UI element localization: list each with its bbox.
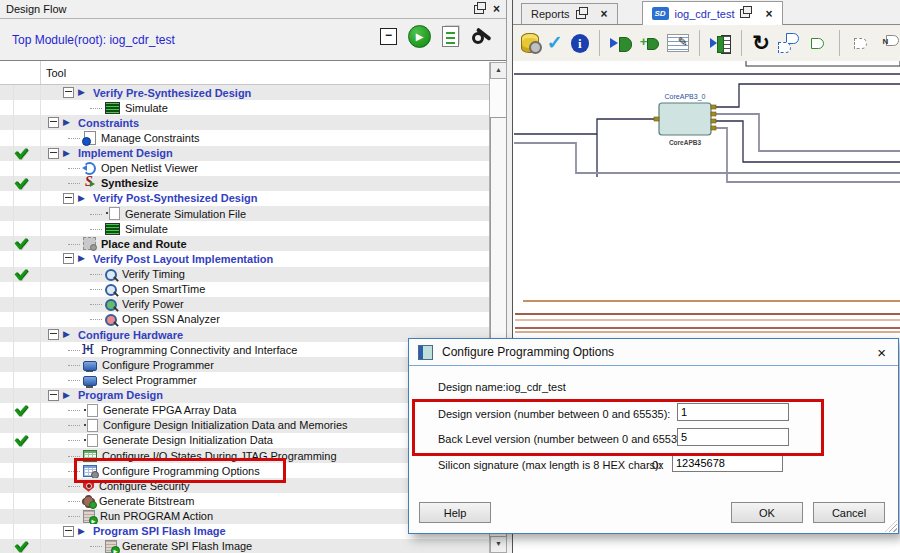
run-program-icon xyxy=(83,510,95,523)
refresh-icon[interactable]: ↻ xyxy=(752,33,770,53)
tree-item-row[interactable]: Simulate xyxy=(0,221,506,236)
close-panel-icon[interactable]: × xyxy=(493,4,500,14)
scroll-down-icon[interactable]: ▼ xyxy=(490,536,507,553)
scroll-up-icon[interactable]: ▲ xyxy=(490,62,507,79)
tree-item-label: Configure Design Initialization Data and… xyxy=(103,419,348,431)
resize-grip[interactable] xyxy=(885,520,897,532)
tree-item-row[interactable]: Synthesize xyxy=(0,176,506,191)
tree-group-row[interactable]: ▶Verify Pre-Synthesized Design xyxy=(0,85,506,100)
dialog-titlebar[interactable]: Configure Programming Options × xyxy=(409,339,898,366)
add-port-icon[interactable]: + xyxy=(640,36,660,50)
tree-group-row[interactable]: ▶Implement Design xyxy=(0,146,506,161)
expand-arrow-icon: ▶ xyxy=(78,527,88,536)
tree-item-row[interactable]: Generate Simulation File xyxy=(0,206,506,221)
tree-item-row[interactable]: Open SSN Analyzer xyxy=(0,312,506,327)
tree-status-column-header[interactable] xyxy=(0,61,41,84)
dialog-close-icon[interactable]: × xyxy=(874,344,889,361)
block-pin xyxy=(711,105,716,109)
tree-item-row[interactable]: Manage Constraints xyxy=(0,130,506,145)
back-level-version-input[interactable] xyxy=(677,428,789,446)
close-tab-icon[interactable]: × xyxy=(601,9,608,19)
float-panel-icon[interactable] xyxy=(474,5,484,14)
tree-group-row[interactable]: ▶Verify Post-Synthesized Design xyxy=(0,191,506,206)
expand-arrow-icon: ▶ xyxy=(78,194,88,203)
run-flow-icon[interactable]: ▶ xyxy=(408,25,431,48)
tab-iog-cdr-test[interactable]: SDiog_cdr_test× xyxy=(642,1,783,25)
collapse-expand-box[interactable] xyxy=(48,390,59,401)
collapse-expand-box[interactable] xyxy=(48,329,59,340)
ok-button[interactable]: OK xyxy=(731,502,803,523)
simulate-icon xyxy=(105,223,120,235)
float-tab-icon[interactable] xyxy=(740,9,750,18)
nand-gate-icon[interactable]: N xyxy=(880,33,900,53)
close-tab-icon[interactable]: × xyxy=(765,9,772,19)
generate-design-icon[interactable] xyxy=(710,35,732,52)
collapse-expand-box[interactable] xyxy=(63,253,74,264)
tree-group-row[interactable]: ▶Verify Post Layout Implementation xyxy=(0,251,506,266)
edit-memory-map-icon[interactable]: ✎ xyxy=(667,34,689,52)
wire xyxy=(715,121,900,162)
tree-connector xyxy=(68,364,80,366)
tree-connector xyxy=(68,409,80,411)
tree-item-row[interactable]: Open Netlist Viewer xyxy=(0,161,506,176)
tree-header: Tool xyxy=(0,61,506,85)
flow-settings-gear-wrench-icon[interactable] xyxy=(470,26,492,48)
expand-arrow-icon: ▶ xyxy=(63,118,73,127)
collapse-expand-box[interactable] xyxy=(48,117,59,128)
generate-component-data-icon[interactable] xyxy=(521,33,539,53)
tree-group-label: Constraints xyxy=(78,117,139,129)
dialog-window-icon xyxy=(418,345,433,360)
float-tab-icon[interactable] xyxy=(576,10,586,19)
collapse-expand-box[interactable] xyxy=(63,526,74,537)
tree-item-label: Simulate xyxy=(125,102,168,114)
collapse-expand-box[interactable] xyxy=(48,148,59,159)
top-module-label: Top Module(root): iog_cdr_test xyxy=(12,33,175,47)
tree-connector xyxy=(68,470,80,472)
tree-item-row[interactable]: Verify Timing xyxy=(0,267,506,282)
silicon-signature-input[interactable] xyxy=(672,454,783,472)
tree-connector xyxy=(68,424,80,426)
tree-connector xyxy=(68,182,80,184)
view-reports-icon[interactable] xyxy=(442,26,459,47)
connect-ports-icon[interactable] xyxy=(610,36,632,51)
collapse-all-icon[interactable]: − xyxy=(380,28,397,45)
tree-item-row[interactable]: Simulate xyxy=(0,100,506,115)
dff-gate-icon[interactable] xyxy=(850,33,872,53)
info-icon[interactable]: i xyxy=(571,34,590,53)
tab-reports[interactable]: Reports× xyxy=(521,3,618,24)
tree-group-label: Program Design xyxy=(78,389,163,401)
expand-arrow-icon: ▶ xyxy=(63,330,73,339)
tree-connector xyxy=(90,273,102,275)
swap-gates-icon[interactable] xyxy=(778,33,800,53)
check-design-rules-icon[interactable]: ✓ xyxy=(547,35,563,51)
check-icon xyxy=(15,144,28,159)
tree-tool-column-header[interactable]: Tool xyxy=(41,61,506,84)
tree-item-row[interactable]: Verify Power xyxy=(0,297,506,312)
buffer-gate-icon[interactable] xyxy=(807,33,829,53)
collapse-expand-box[interactable] xyxy=(63,193,74,204)
design-version-input[interactable] xyxy=(677,403,789,421)
tree-item-row[interactable]: Generate SPI Flash Image xyxy=(0,539,506,553)
help-button[interactable]: Help xyxy=(419,502,491,523)
configure-programming-options-dialog: Configure Programming Options × Design n… xyxy=(408,338,899,534)
cancel-button[interactable]: Cancel xyxy=(813,502,885,523)
scrollbar-thumb[interactable] xyxy=(490,117,507,359)
collapse-expand-box[interactable] xyxy=(63,87,74,98)
wire xyxy=(715,84,900,107)
expand-arrow-icon: ▶ xyxy=(63,391,73,400)
simulate-icon xyxy=(105,102,120,114)
tree-connector xyxy=(68,455,80,457)
check-icon xyxy=(15,431,28,446)
tree-item-label: Verify Power xyxy=(122,298,184,310)
tree-item-row[interactable]: Open SmartTime xyxy=(0,282,506,297)
block-pin xyxy=(711,112,716,116)
block-pin xyxy=(711,119,716,123)
coreapb3-block[interactable] xyxy=(659,103,711,135)
tree-connector xyxy=(68,485,80,487)
design-name-label: Design name:iog_cdr_test xyxy=(438,381,566,393)
tree-group-row[interactable]: ▶Constraints xyxy=(0,115,506,130)
tree-item-row[interactable]: Place and Route xyxy=(0,236,506,251)
silicon-signature-label: Silicon signature (max length is 8 HEX c… xyxy=(438,459,662,471)
tree-item-label: Generate FPGA Array Data xyxy=(103,404,236,416)
tab-label: Reports xyxy=(531,8,570,20)
